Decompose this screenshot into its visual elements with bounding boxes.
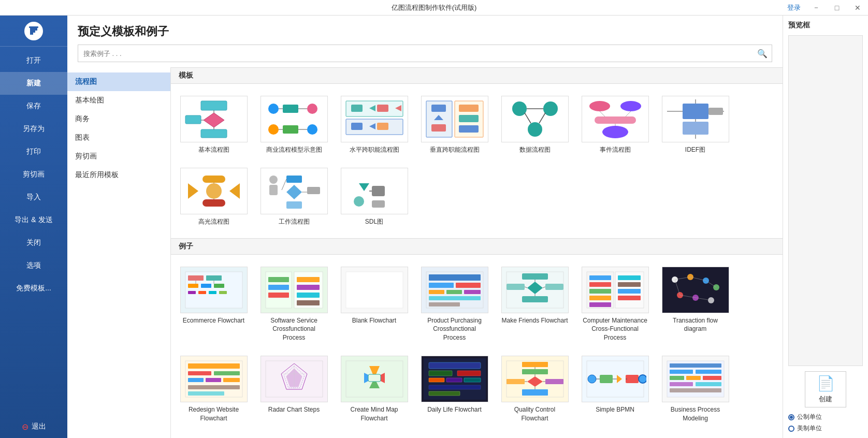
- search-input[interactable]: [78, 45, 772, 62]
- sidebar-item-exit[interactable]: ⊖ 退出: [0, 415, 67, 438]
- template-swim-h[interactable]: 水平跨职能流程图: [337, 92, 412, 158]
- sub-nav-item-flowchart[interactable]: 流程图: [67, 72, 170, 91]
- sidebar-item-new[interactable]: 新建: [0, 72, 67, 95]
- sub-nav-item-recent[interactable]: 最近所用模板: [67, 166, 170, 184]
- sub-nav-item-cut[interactable]: 剪切画: [67, 147, 170, 166]
- example-label-blank: Blank Flowchart: [352, 316, 396, 325]
- svg-rect-120: [589, 282, 611, 287]
- example-computer-maint[interactable]: Computer Maintenance Cross-Functional Pr…: [577, 262, 653, 346]
- example-thumb-blank: [341, 267, 408, 313]
- template-thumb-highlight: [180, 168, 248, 214]
- radio-imperial-unit[interactable]: 美制单位: [788, 424, 863, 433]
- example-quality-control[interactable]: Quality Control Flowchart: [497, 352, 572, 427]
- example-mind-map[interactable]: Create Mind Map Flowchart: [337, 352, 412, 427]
- minimize-button[interactable]: －: [806, 0, 827, 16]
- svg-rect-93: [297, 277, 320, 282]
- svg-rect-186: [600, 375, 613, 383]
- svg-marker-57: [229, 183, 240, 199]
- create-button[interactable]: 📄 创建: [805, 371, 846, 407]
- svg-rect-146: [188, 378, 204, 382]
- svg-rect-178: [545, 379, 563, 384]
- svg-rect-124: [618, 275, 641, 280]
- sub-nav-item-basic[interactable]: 基本绘图: [67, 91, 170, 110]
- template-biz-process[interactable]: 商业流程模型示意图: [256, 92, 331, 158]
- sidebar-item-import[interactable]: 导入: [0, 186, 67, 209]
- sidebar-item-options[interactable]: 选项: [0, 254, 67, 277]
- svg-rect-75: [372, 200, 385, 208]
- sidebar-item-open[interactable]: 打开: [0, 49, 67, 72]
- template-thumb-sdl: [341, 168, 408, 214]
- svg-marker-71: [359, 183, 369, 191]
- example-redesign[interactable]: Redesign Website Flowchart: [176, 352, 251, 427]
- svg-rect-145: [214, 371, 240, 375]
- close-button[interactable]: ✕: [847, 0, 868, 16]
- example-thumb-redesign: [180, 356, 248, 402]
- sub-nav-item-chart[interactable]: 图表: [67, 128, 170, 147]
- svg-rect-119: [589, 275, 611, 280]
- content-area[interactable]: 模板: [171, 67, 783, 438]
- svg-rect-202: [696, 382, 721, 386]
- sidebar-item-close[interactable]: 关闭: [0, 231, 67, 254]
- svg-point-63: [269, 176, 278, 184]
- sidebar-item-export[interactable]: 导出 & 发送: [0, 209, 67, 231]
- search-icon[interactable]: 🔍: [757, 49, 768, 59]
- sidebar-item-print[interactable]: 打印: [0, 140, 67, 163]
- example-thumb-bpm: [662, 356, 729, 402]
- svg-rect-105: [429, 296, 481, 300]
- sidebar-item-save[interactable]: 保存: [0, 95, 67, 118]
- radio-public-unit[interactable]: 公制单位: [788, 413, 863, 421]
- svg-rect-82: [188, 291, 196, 294]
- sub-nav-item-business[interactable]: 商务: [67, 110, 170, 128]
- svg-line-40: [539, 113, 545, 123]
- sidebar-item-cut[interactable]: 剪切画: [0, 163, 67, 186]
- template-work-flow[interactable]: 工作流程图: [256, 164, 331, 230]
- svg-line-46: [626, 111, 631, 116]
- svg-rect-43: [595, 116, 636, 124]
- template-label-sdl: SDL图: [365, 217, 383, 226]
- example-blank[interactable]: Blank Flowchart: [337, 262, 412, 346]
- example-label-bpmn: Simple BPMN: [596, 405, 634, 414]
- window-controls: － □ ✕: [806, 0, 868, 16]
- maximize-button[interactable]: □: [827, 0, 847, 16]
- svg-rect-48: [683, 104, 708, 119]
- example-bpm[interactable]: Business Process Modeling: [658, 352, 733, 427]
- example-purchasing[interactable]: Product Purchasing Crossfunctional Proce…: [417, 262, 492, 346]
- template-label-eventflow: 事件流程图: [600, 145, 631, 154]
- page-header: 预定义模板和例子: [67, 16, 783, 45]
- template-highlight[interactable]: 高光流程图: [176, 164, 251, 230]
- example-friends[interactable]: Make Friends Flowchart: [497, 262, 572, 346]
- example-label-mindmap: Create Mind Map Flowchart: [341, 405, 408, 423]
- search-wrapper: 🔍: [78, 45, 772, 62]
- template-idef[interactable]: IDEF图: [658, 92, 733, 158]
- template-basic-flowchart[interactable]: 基本流程图: [176, 92, 251, 158]
- example-transaction[interactable]: Transaction flow diagram: [658, 262, 733, 346]
- template-event-flow[interactable]: 事件流程图: [577, 92, 653, 158]
- sidebar-item-free-templates[interactable]: 免费模板...: [0, 277, 67, 300]
- example-radar[interactable]: Radar Chart Steps: [256, 352, 331, 427]
- example-ecommerce[interactable]: Ecommerce Flowchart: [176, 262, 251, 346]
- main-content: 预定义模板和例子 🔍 流程图 基本绘图 商务: [67, 16, 868, 438]
- svg-rect-111: [507, 284, 525, 290]
- sidebar-item-saveas[interactable]: 另存为: [0, 118, 67, 140]
- template-data-flow[interactable]: 数据流程图: [497, 92, 572, 158]
- svg-rect-9: [283, 105, 298, 113]
- svg-rect-203: [670, 388, 721, 392]
- example-software-service[interactable]: Software Service Crossfunctional Process: [256, 262, 331, 346]
- titlebar: 亿图流程图制作软件(试用版) 登录 － □ ✕: [0, 0, 868, 16]
- example-daily-life[interactable]: Daily Life Flowchart: [417, 352, 492, 427]
- template-swim-v[interactable]: 垂直跨职能流程图: [417, 92, 492, 158]
- content-body: 流程图 基本绘图 商务 图表 剪切画 最近所用模板: [67, 67, 783, 438]
- login-button[interactable]: 登录: [787, 0, 801, 16]
- svg-rect-22: [377, 105, 388, 112]
- svg-point-13: [307, 124, 317, 135]
- svg-rect-79: [188, 284, 198, 288]
- svg-rect-144: [188, 371, 211, 375]
- example-simple-bpmn[interactable]: Simple BPMN: [577, 352, 653, 427]
- template-sdl[interactable]: SDL图: [337, 164, 412, 230]
- template-thumb-swimv: [421, 96, 488, 142]
- svg-rect-78: [206, 275, 222, 281]
- svg-rect-29: [431, 105, 446, 112]
- unit-radio-group: 公制单位 美制单位: [788, 413, 863, 433]
- svg-rect-143: [188, 363, 240, 369]
- page-title: 预定义模板和例子: [78, 24, 772, 39]
